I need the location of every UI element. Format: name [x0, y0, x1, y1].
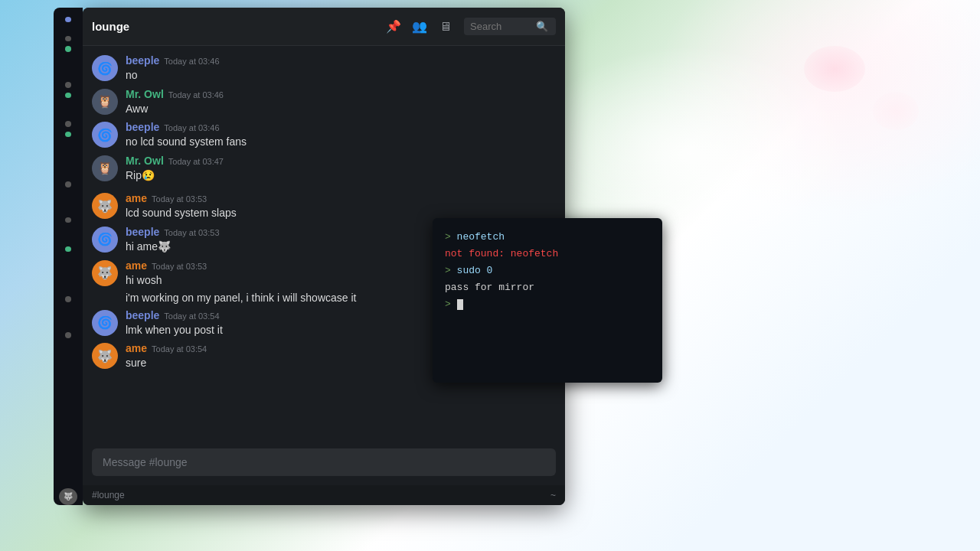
terminal-line-4: pass for mirror	[445, 279, 650, 296]
term-command-2: sudo 0	[457, 265, 493, 276]
message-input[interactable]: Message #lounge	[92, 448, 556, 476]
avatar-ame: 🐺	[92, 260, 118, 286]
term-prompt: >	[445, 231, 457, 243]
message-text: Aww	[126, 102, 556, 117]
message-content: Mr. Owl Today at 03:47 Rip😢	[126, 155, 556, 184]
sidebar-dot-12	[65, 332, 71, 337]
message-content: Mr. Owl Today at 03:46 Aww	[126, 88, 556, 117]
sidebar-dot-9	[65, 217, 71, 223]
term-error: not found: neofetch	[445, 248, 558, 259]
timestamp: Today at 03:46	[164, 123, 219, 132]
tilde-indicator: ~	[550, 490, 556, 500]
message-group: 🌀 beeple Today at 03:46 no lcd sound sys…	[83, 119, 565, 152]
timestamp: Today at 03:46	[164, 57, 219, 66]
screen-icon[interactable]: 🖥	[438, 20, 453, 34]
search-icon: 🔍	[536, 21, 548, 32]
timestamp: Today at 03:53	[152, 262, 207, 271]
username: beeple	[126, 226, 159, 238]
sidebar-icons: 🐺	[54, 8, 83, 505]
username: beeple	[126, 309, 159, 321]
term-output: pass for mirror	[445, 282, 534, 293]
avatar-ame: 🐺	[92, 193, 118, 219]
timestamp: Today at 03:53	[164, 228, 219, 237]
avatar-small: 🐺	[59, 488, 77, 505]
timestamp: Today at 03:53	[152, 194, 207, 204]
timestamp: Today at 03:47	[168, 157, 224, 166]
sidebar-dot-8	[65, 181, 71, 187]
avatar-beeple: 🌀	[92, 310, 118, 336]
bottom-bar: #lounge ~	[83, 485, 565, 505]
term-cursor	[457, 299, 463, 310]
message-group: 🦉 Mr. Owl Today at 03:46 Aww	[83, 86, 565, 119]
message-text: no lcd sound system fans	[126, 135, 556, 150]
message-text: Rip😢	[126, 168, 556, 184]
term-command: neofetch	[457, 231, 505, 243]
username: Mr. Owl	[126, 155, 164, 167]
username: ame	[126, 342, 147, 354]
channel-label: #lounge	[92, 490, 125, 500]
avatar-ame: 🐺	[92, 343, 118, 369]
terminal-line-2: not found: neofetch	[445, 246, 650, 262]
members-icon[interactable]: 👥	[412, 19, 427, 34]
username: ame	[126, 259, 147, 272]
avatar-owl: 🦉	[92, 155, 118, 181]
avatar-beeple: 🌀	[92, 122, 118, 148]
timestamp: Today at 03:46	[168, 90, 224, 99]
header-icons: 📌 👥 🖥 🔍	[386, 18, 556, 35]
avatar-owl: 🦉	[92, 89, 118, 115]
message-content: ame Today at 03:53 lcd sound system slap…	[126, 192, 556, 221]
search-input[interactable]	[470, 21, 531, 32]
sidebar-dot-6	[65, 121, 71, 126]
sidebar-dot-7	[65, 132, 71, 137]
message-text: no	[126, 68, 556, 83]
search-bar[interactable]: 🔍	[464, 18, 556, 35]
username: ame	[126, 192, 147, 204]
timestamp: Today at 03:54	[152, 344, 207, 354]
message-content: beeple Today at 03:46 no	[126, 54, 556, 83]
sidebar-dot-10	[65, 246, 71, 252]
terminal-window: > neofetch not found: neofetch > sudo 0 …	[433, 218, 662, 383]
avatar-beeple: 🌀	[92, 55, 118, 81]
terminal-line-3: > sudo 0	[445, 262, 650, 279]
continuation-text: i'm working on my panel, i think i will …	[126, 292, 356, 304]
terminal-line-1: > neofetch	[445, 229, 650, 246]
input-area: Message #lounge	[83, 442, 565, 485]
username: beeple	[126, 121, 159, 133]
terminal-content: > neofetch not found: neofetch > sudo 0 …	[433, 218, 662, 324]
sidebar-dot-2	[65, 36, 71, 41]
term-prompt-3: >	[445, 298, 457, 310]
channel-title: lounge	[92, 20, 377, 33]
terminal-line-5: >	[445, 296, 650, 313]
timestamp: Today at 03:54	[164, 311, 219, 321]
sidebar-dot-5	[65, 93, 71, 98]
sidebar-dot-4	[65, 82, 71, 87]
avatar-beeple: 🌀	[92, 227, 118, 253]
sidebar-dot-1[interactable]	[65, 17, 71, 22]
message-group: 🌀 beeple Today at 03:46 no	[83, 52, 565, 86]
pin-icon[interactable]: 📌	[386, 19, 401, 34]
message-group: 🦉 Mr. Owl Today at 03:47 Rip😢	[83, 152, 565, 186]
message-content: beeple Today at 03:46 no lcd sound syste…	[126, 121, 556, 150]
username: beeple	[126, 54, 159, 67]
username: Mr. Owl	[126, 88, 164, 100]
term-prompt-2: >	[445, 265, 457, 276]
sidebar-dot-11	[65, 296, 71, 302]
chat-header: lounge 📌 👥 🖥 🔍	[83, 8, 565, 46]
sidebar-dot-3	[65, 46, 71, 51]
